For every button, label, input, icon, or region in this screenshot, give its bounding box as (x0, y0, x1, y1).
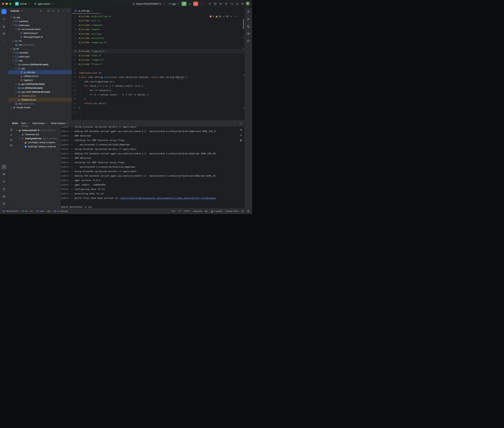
soft-wrap-icon[interactable] (239, 128, 242, 131)
build-tab-build-output[interactable]: Build Output× (32, 120, 47, 126)
tree-item-ai-chat-cpp[interactable]: C+ai_chat.cpp (8, 70, 72, 74)
project-tool-button[interactable] (1, 9, 7, 14)
chevron-right-icon[interactable] (15, 91, 17, 93)
event-log-icon[interactable] (247, 210, 250, 213)
close-tab-icon[interactable]: × (46, 122, 47, 124)
debug-button[interactable] (188, 2, 191, 5)
close-tab-icon[interactable]: × (91, 9, 92, 12)
chevron-right-icon[interactable] (15, 63, 17, 66)
sync-item-download-info[interactable]: Download info (14, 132, 60, 137)
chevron-right-icon[interactable] (12, 51, 15, 54)
locate-icon[interactable] (47, 9, 50, 13)
scroll-to-end-icon[interactable] (239, 134, 242, 137)
build-tab-build-analyzer[interactable]: Build Analyzer× (51, 120, 68, 126)
stop-button[interactable] (193, 1, 198, 6)
refresh-icon[interactable] (10, 128, 13, 131)
vcs-branch-widget[interactable]: ggml-master (34, 2, 54, 5)
tree-item-res[interactable]: res (8, 39, 72, 43)
breadcrumb-lib[interactable]: lib (21, 210, 27, 213)
tab-ai-chat-cpp[interactable]: C+ ai_chat.cpp × (73, 8, 94, 14)
notifications-tool-button[interactable] (246, 9, 251, 14)
warning-stripe-mark[interactable] (243, 75, 244, 75)
zoom-window-button[interactable] (9, 3, 11, 5)
logcat-tool-button[interactable] (1, 179, 7, 184)
error-stripe-mark[interactable] (243, 49, 244, 49)
line-ending[interactable]: LF (179, 210, 181, 212)
run-configuration-selector[interactable]: app (168, 2, 179, 5)
chevron-down-icon[interactable] (15, 67, 17, 70)
breadcrumb-llama-android[interactable]: llama.android (2, 210, 18, 213)
editor-scrollbar[interactable] (243, 19, 244, 29)
attach-debugger-icon[interactable] (225, 2, 228, 5)
more-tool-button[interactable] (1, 39, 7, 44)
chevron-down-icon[interactable] (15, 129, 18, 132)
rerun-button[interactable] (181, 1, 187, 6)
chevron-right-icon[interactable] (15, 83, 17, 85)
gradle-tool-button[interactable] (246, 16, 251, 22)
sync-item-jvmtarget-string-is-deprec[interactable]: 'jvmTarget: String' is deprec (14, 140, 60, 145)
chevron-down-icon[interactable] (12, 24, 15, 26)
sync-item-buildtype-debug-is-both-de[interactable]: BuildType 'debug' is both de (14, 145, 60, 149)
structure-tool-button[interactable] (1, 24, 7, 29)
hide-icon[interactable] (67, 9, 70, 13)
hide-build-panel-icon[interactable] (239, 122, 242, 125)
chevron-down-icon[interactable] (12, 59, 15, 62)
sync-item-build-gradle-kts[interactable]: build.gradle.ktsapp 1 warning (14, 136, 60, 140)
build-tab-sync[interactable]: Sync× (21, 120, 29, 126)
expand-all-icon[interactable] (52, 9, 55, 13)
breadcrumb-main[interactable]: main (36, 210, 44, 213)
search-icon[interactable] (236, 2, 239, 5)
chevron-down-icon[interactable] (10, 16, 12, 19)
pin-icon[interactable] (10, 139, 13, 141)
tree-item-logging-h[interactable]: logging.h (8, 78, 72, 82)
chevron-down-icon[interactable] (18, 137, 21, 140)
tree-item-cmakelists-txt[interactable]: CMakeLists.txt (8, 98, 72, 102)
device-manager-tool-button[interactable] (246, 24, 251, 29)
project-widget[interactable]: AC AiChat (15, 2, 30, 6)
tree-item-com-example-llama[interactable]: com.example.llama (8, 27, 72, 31)
chevron-down-icon[interactable] (15, 28, 17, 31)
tree-item-app[interactable]: app (8, 16, 72, 19)
error-stripe-mark[interactable] (243, 37, 244, 38)
chevron-right-icon[interactable] (12, 40, 15, 42)
clang-tidy-widget[interactable]: .clang-tidy (193, 210, 202, 212)
next-problem-icon[interactable] (234, 15, 237, 18)
tree-item-manifests[interactable]: manifests (8, 19, 72, 23)
minimize-window-button[interactable] (6, 3, 8, 5)
tree-item-messageadapter-kt[interactable]: MessageAdapter.kt (8, 35, 72, 39)
chevron-right-icon[interactable] (15, 86, 17, 89)
build-tool-button[interactable] (1, 165, 7, 170)
user-avatar[interactable] (246, 2, 250, 6)
pull-requests-tool-button[interactable] (1, 31, 7, 36)
console-link[interactable]: /Users/hanyin/Workspace/ai-chat/examples… (120, 197, 215, 199)
device-selector[interactable]: Xiaomi POCOPHONE F1 (132, 2, 165, 5)
settings-icon[interactable] (241, 2, 244, 5)
chevron-right-icon[interactable] (12, 20, 15, 23)
preview-icon[interactable] (10, 144, 13, 147)
more-run-options-button[interactable] (200, 2, 203, 5)
highlighting-level-icon[interactable] (205, 210, 207, 213)
chevron-right-icon[interactable] (12, 55, 15, 58)
chevron-right-icon[interactable] (10, 106, 12, 109)
breadcrumb-ai-chat-cpp[interactable]: C+ai_chat.cpp (53, 210, 68, 213)
error-stripe-mark[interactable] (243, 108, 244, 108)
tree-item-cpp[interactable]: cpp (8, 58, 72, 63)
close-window-button[interactable] (2, 3, 4, 5)
options-icon[interactable] (61, 9, 65, 13)
file-encoding[interactable]: UTF-8 (184, 210, 190, 212)
gemini-tool-button[interactable] (246, 39, 251, 44)
build-hammer-icon[interactable] (208, 2, 211, 5)
apply-changes-icon[interactable]: A (214, 2, 217, 5)
terminal-tool-button[interactable] (1, 194, 7, 199)
tree-item-common[interactable]: common[AiChat.lib.main] (8, 63, 72, 66)
add-icon[interactable] (39, 9, 42, 13)
breadcrumb-cpp[interactable]: cpp (47, 210, 51, 212)
indent-widget[interactable]: 4 spaces (210, 210, 222, 213)
close-tab-icon[interactable]: × (67, 122, 68, 124)
sync-item-llama-android-fi[interactable]: llama.android: fi22 sec, 583 ms (14, 128, 60, 132)
code-editor[interactable]: 1#include <android/log.h>2#include <jni.… (72, 14, 244, 120)
commit-tool-button[interactable] (1, 16, 7, 22)
tree-item-gradle-scripts[interactable]: Gradle Scripts (8, 106, 72, 109)
clear-icon[interactable] (239, 139, 242, 142)
tree-item-cmakelists-txt[interactable]: CMakeLists.txt (8, 74, 72, 78)
